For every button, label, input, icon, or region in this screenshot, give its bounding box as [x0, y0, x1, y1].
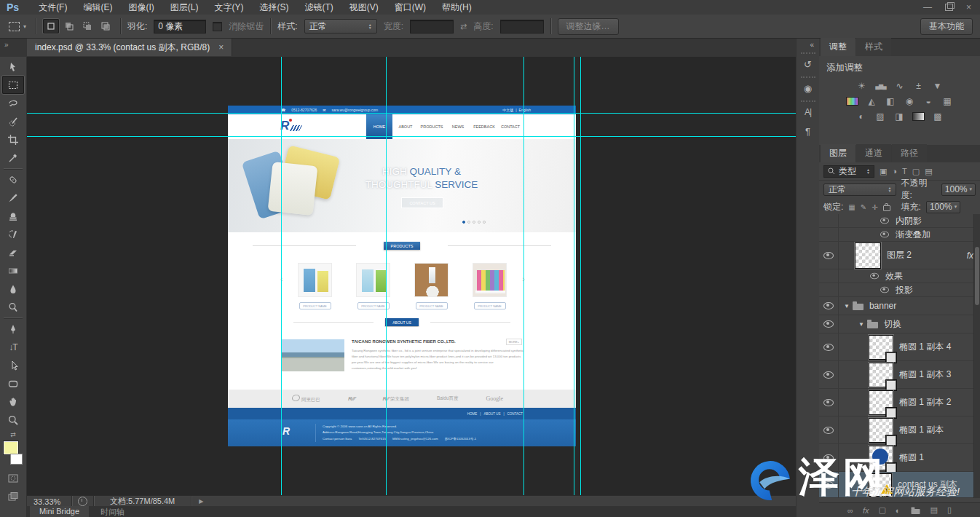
- rounded-rectangle-tool[interactable]: [2, 374, 24, 392]
- filter-shape-layers-icon[interactable]: ▢: [912, 167, 920, 176]
- zoom-tool[interactable]: [2, 411, 24, 429]
- layer-thumbnail[interactable]: [869, 335, 893, 360]
- visibility-eye-icon[interactable]: [823, 371, 834, 379]
- paragraph-panel-icon[interactable]: ¶: [799, 122, 818, 140]
- menu-edit[interactable]: 编辑(E): [75, 1, 120, 14]
- visibility-cell[interactable]: [819, 297, 839, 315]
- hand-tool[interactable]: [2, 392, 24, 411]
- quick-mask-icon[interactable]: [2, 469, 24, 487]
- blend-mode-dropdown[interactable]: 正常 ▲▼: [823, 183, 896, 196]
- visibility-cell[interactable]: [819, 389, 839, 416]
- scrollbar-thumb[interactable]: [975, 247, 979, 305]
- blur-tool[interactable]: [2, 280, 24, 298]
- dock-handle[interactable]: [801, 100, 815, 102]
- menu-layer[interactable]: 图层(L): [162, 1, 207, 14]
- intersect-selection-icon[interactable]: [98, 19, 114, 33]
- layer-row[interactable]: 图层 2 fx: [819, 242, 980, 269]
- visibility-cell[interactable]: [819, 242, 839, 269]
- collapse-panels-icon[interactable]: «: [797, 39, 819, 49]
- move-tool[interactable]: [2, 58, 24, 76]
- height-input[interactable]: [500, 20, 544, 33]
- visibility-cell[interactable]: [819, 228, 839, 241]
- eyedropper-tool[interactable]: [2, 149, 24, 167]
- canvas-viewport[interactable]: ☎ 0512-82707626 ✉ sara.wu@rongweigroup.c…: [27, 57, 796, 495]
- color-balance-icon[interactable]: ◭: [866, 96, 877, 106]
- document-tab[interactable]: index.psd @ 33.3% (contact us 副本, RGB/8)…: [27, 39, 232, 56]
- visibility-eye-icon[interactable]: [823, 320, 834, 328]
- gradient-tool[interactable]: [2, 261, 24, 280]
- menu-select[interactable]: 选择(S): [251, 1, 296, 14]
- guide-vertical[interactable]: [580, 57, 581, 495]
- zoom-level-field[interactable]: 33.33%: [27, 497, 71, 506]
- vertical-type-tool[interactable]: ↓T: [2, 338, 24, 356]
- guide-vertical[interactable]: [523, 57, 524, 495]
- gradient-map-icon[interactable]: [912, 111, 925, 122]
- layer-effect-row[interactable]: 渐变叠加: [819, 228, 980, 242]
- layer-row[interactable]: 椭圆 1 副本: [819, 417, 980, 444]
- expand-group-icon[interactable]: ▼: [844, 303, 850, 309]
- swap-colors-icon[interactable]: ⇄: [10, 431, 16, 438]
- layer-thumbnail[interactable]: [855, 242, 881, 269]
- refine-edge-button[interactable]: 调整边缘…: [558, 18, 619, 35]
- tab-timeline[interactable]: 时间轴: [91, 506, 134, 517]
- lock-all-icon[interactable]: [883, 205, 890, 211]
- expand-group-icon[interactable]: ▼: [858, 321, 864, 328]
- menu-filter[interactable]: 滤镜(T): [296, 1, 341, 14]
- menu-file[interactable]: 文件(F): [31, 1, 75, 14]
- fill-input[interactable]: 100% ▾: [926, 201, 960, 213]
- visibility-cell[interactable]: [819, 417, 839, 443]
- status-options-icon[interactable]: ▶: [199, 498, 203, 505]
- dock-handle[interactable]: [801, 52, 815, 54]
- hue-saturation-icon[interactable]: [846, 96, 858, 106]
- character-panel-icon[interactable]: A|: [799, 103, 818, 121]
- channel-mixer-icon[interactable]: ◒: [922, 96, 934, 106]
- tab-layers[interactable]: 图层: [821, 144, 855, 162]
- lock-transparency-icon[interactable]: ▦: [848, 203, 855, 211]
- brush-tool[interactable]: [2, 189, 24, 207]
- layer-effects-header-row[interactable]: 效果: [819, 269, 980, 283]
- visibility-cell[interactable]: [819, 361, 839, 388]
- visibility-eye-icon[interactable]: [880, 287, 889, 293]
- menu-image[interactable]: 图像(I): [120, 1, 162, 14]
- layer-thumbnail[interactable]: [869, 418, 893, 443]
- filter-pixel-layers-icon[interactable]: ▣: [880, 167, 887, 176]
- posterize-icon[interactable]: ▨: [874, 111, 886, 122]
- antialias-checkbox[interactable]: [213, 22, 222, 31]
- lock-pixels-icon[interactable]: ✎: [861, 203, 866, 211]
- quick-selection-tool[interactable]: [2, 112, 24, 130]
- expand-dock-icon[interactable]: »: [4, 41, 9, 49]
- feather-input[interactable]: 0 像素: [154, 20, 206, 33]
- history-panel-icon[interactable]: ↺: [799, 55, 818, 73]
- guide-vertical[interactable]: [386, 57, 387, 495]
- filter-type-layers-icon[interactable]: T: [902, 167, 907, 175]
- visibility-cell[interactable]: [819, 269, 839, 283]
- new-selection-icon[interactable]: [43, 19, 59, 33]
- background-color-swatch[interactable]: [10, 454, 23, 465]
- exposure-icon[interactable]: ±: [913, 81, 925, 91]
- visibility-eye-icon[interactable]: [880, 232, 889, 238]
- visibility-eye-icon[interactable]: [823, 252, 834, 259]
- color-lookup-icon[interactable]: ▦: [941, 96, 953, 106]
- tab-close-icon[interactable]: ×: [218, 42, 224, 52]
- levels-icon[interactable]: ▄▆▄: [875, 81, 887, 91]
- dock-handle[interactable]: [801, 76, 815, 78]
- subtract-from-selection-icon[interactable]: [79, 19, 95, 33]
- curves-icon[interactable]: ∿: [894, 81, 906, 91]
- guide-vertical[interactable]: [574, 57, 574, 495]
- width-input[interactable]: [410, 20, 454, 33]
- style-dropdown[interactable]: 正常 ▲▼: [304, 19, 377, 33]
- visibility-eye-icon[interactable]: [823, 344, 834, 351]
- visibility-eye-icon[interactable]: [880, 218, 889, 224]
- spot-healing-brush-tool[interactable]: [2, 170, 24, 189]
- visibility-eye-icon[interactable]: [823, 399, 834, 406]
- guide-horizontal[interactable]: [27, 136, 796, 137]
- materials-panel-icon[interactable]: ◉: [799, 79, 818, 97]
- add-to-selection-icon[interactable]: [61, 19, 77, 33]
- layer-group-row[interactable]: ▼ 切换: [819, 315, 980, 334]
- history-brush-tool[interactable]: [2, 225, 24, 243]
- tab-mini-bridge[interactable]: Mini Bridge: [30, 506, 89, 517]
- clone-stamp-tool[interactable]: [2, 207, 24, 225]
- minimize-icon[interactable]: —: [923, 2, 932, 12]
- layer-row[interactable]: 椭圆 1 副本 3: [819, 361, 980, 389]
- tool-preset-picker[interactable]: ▾: [6, 22, 29, 31]
